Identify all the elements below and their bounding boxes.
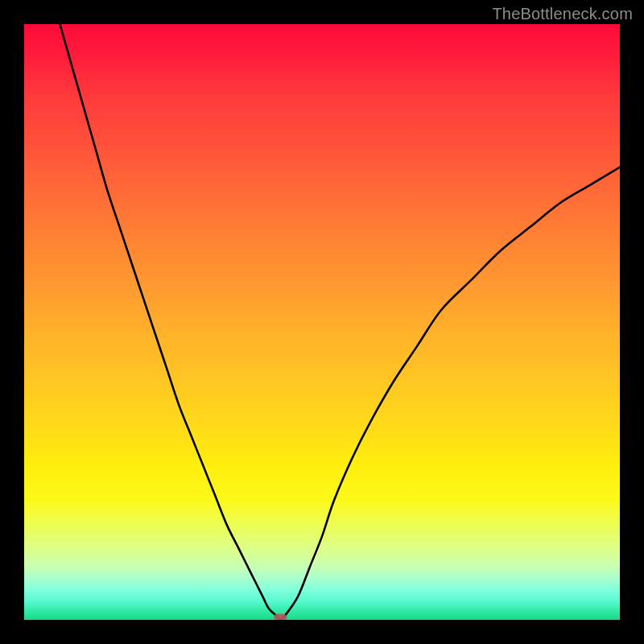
curve-layer xyxy=(24,24,620,620)
plot-area xyxy=(24,24,620,620)
watermark-text: TheBottleneck.com xyxy=(492,5,633,23)
chart-frame: TheBottleneck.com xyxy=(0,0,644,644)
minimum-marker xyxy=(274,614,287,620)
curve-right-branch xyxy=(280,167,620,620)
curve-left-branch xyxy=(60,24,280,620)
